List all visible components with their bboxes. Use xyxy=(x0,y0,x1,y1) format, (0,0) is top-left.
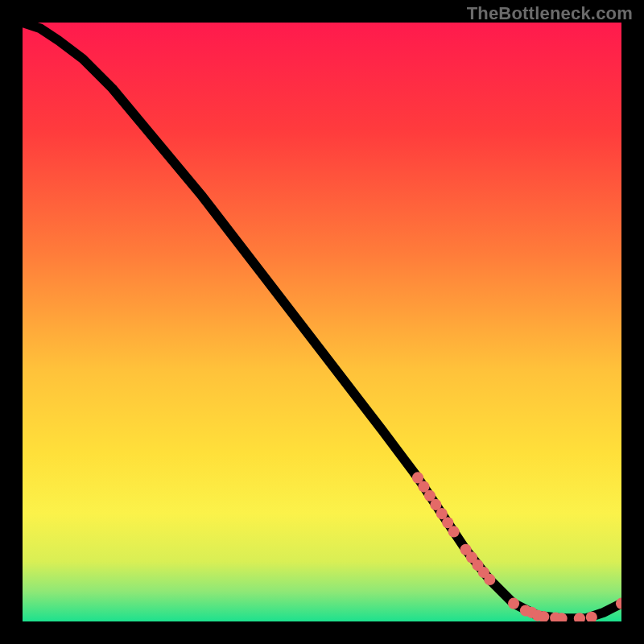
watermark-text: TheBottleneck.com xyxy=(467,3,633,24)
main-curve xyxy=(23,23,621,618)
marker-group xyxy=(412,472,621,621)
plot-area xyxy=(23,23,621,621)
data-marker xyxy=(484,574,495,585)
data-marker xyxy=(448,526,460,537)
curve-layer xyxy=(23,23,621,621)
chart-stage: TheBottleneck.com xyxy=(0,0,644,644)
data-marker xyxy=(508,598,519,609)
